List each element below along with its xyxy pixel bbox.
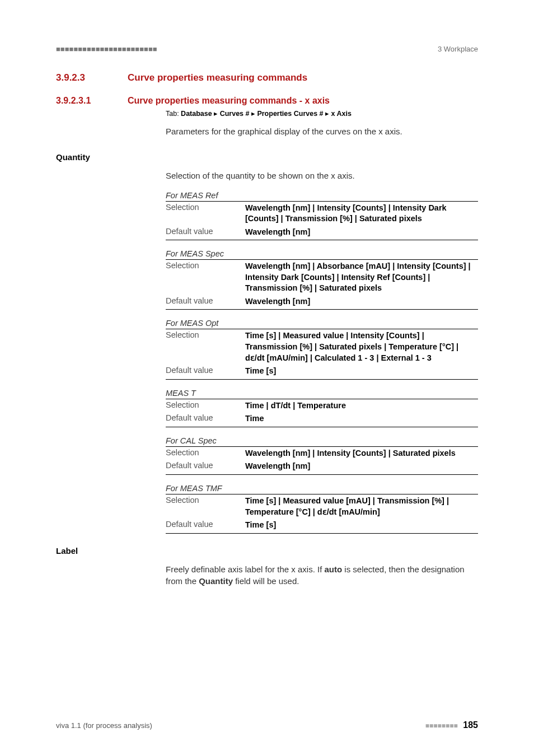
tab-p2: Curves #	[220, 110, 250, 118]
row-key: Default value	[166, 226, 245, 240]
definition-table: SelectionTime | dT/dt | TemperatureDefau…	[166, 399, 478, 427]
row-value: Time [s] | Measured value | Intensity [C…	[245, 329, 478, 365]
tab-sep: ▸	[324, 110, 331, 118]
table-row: Default valueTime	[166, 412, 478, 427]
row-key: Default value	[166, 295, 245, 310]
label-block: Freely definable axis label for the x ax…	[166, 563, 478, 588]
row-key: Selection	[166, 399, 245, 413]
footer-right: ■■■■■■■■ 185	[425, 720, 478, 730]
table-row: Default valueWavelength [nm]	[166, 460, 478, 474]
label-text: Freely definable axis label for the x ax…	[166, 563, 478, 588]
table-row: SelectionTime [s] | Measured value | Int…	[166, 329, 478, 365]
row-key: Selection	[166, 494, 245, 519]
row-value: Time [s] | Measured value [mAU] | Transm…	[245, 494, 478, 519]
label-heading: Label	[56, 546, 478, 556]
group-title: For MEAS Ref	[166, 191, 478, 202]
label-text-pre: Freely definable axis label for the x ax…	[166, 564, 324, 574]
group-title: MEAS T	[166, 389, 478, 399]
label-bold-quantity: Quantity	[199, 576, 233, 586]
row-value: Wavelength [nm]	[245, 295, 478, 310]
row-key: Selection	[166, 329, 245, 365]
row-value: Wavelength [nm] | Intensity [Counts] | I…	[245, 202, 478, 226]
subsection-number: 3.9.2.3.1	[56, 96, 128, 106]
row-key: Selection	[166, 447, 245, 460]
row-key: Default value	[166, 519, 245, 533]
page: ■■■■■■■■■■■■■■■■■■■■■■■ 3 Workplace 3.9.…	[0, 0, 534, 756]
section-title: Curve properties measuring commands	[128, 72, 307, 83]
group-title: For MEAS Spec	[166, 249, 478, 260]
table-row: Default valueTime [s]	[166, 365, 478, 379]
row-value: Time | dT/dt | Temperature	[245, 399, 478, 413]
tab-sep: ▸	[212, 110, 220, 118]
table-row: Default valueWavelength [nm]	[166, 226, 478, 240]
page-footer: viva 1.1 (for process analysis) ■■■■■■■■…	[56, 720, 478, 730]
label-bold-auto: auto	[324, 564, 342, 574]
quantity-heading: Quantity	[56, 152, 478, 162]
tab-breadcrumb: Tab: Database ▸ Curves # ▸ Properties Cu…	[166, 109, 478, 118]
definition-table: SelectionWavelength [nm] | Absorbance [m…	[166, 260, 478, 310]
definition-table: SelectionTime [s] | Measured value | Int…	[166, 329, 478, 379]
label-text-post: field will be used.	[233, 576, 299, 586]
definition-table: SelectionWavelength [nm] | Intensity [Co…	[166, 447, 478, 475]
subsection-heading: 3.9.2.3.1 Curve properties measuring com…	[56, 96, 478, 106]
table-row: SelectionTime [s] | Measured value [mAU]…	[166, 494, 478, 519]
definition-table: SelectionWavelength [nm] | Intensity [Co…	[166, 202, 478, 241]
row-value: Wavelength [nm]	[245, 460, 478, 474]
table-row: Default valueWavelength [nm]	[166, 295, 478, 310]
header-chapter: 3 Workplace	[438, 45, 478, 53]
section-heading: 3.9.2.3 Curve properties measuring comma…	[56, 72, 478, 83]
table-row: SelectionWavelength [nm] | Absorbance [m…	[166, 260, 478, 295]
tab-label: Tab:	[166, 110, 181, 118]
table-row: SelectionTime | dT/dt | Temperature	[166, 399, 478, 413]
table-row: Default valueTime [s]	[166, 519, 478, 533]
tab-sep: ▸	[249, 110, 257, 118]
content-column: Tab: Database ▸ Curves # ▸ Properties Cu…	[166, 109, 478, 138]
row-value: Time	[245, 412, 478, 427]
row-key: Default value	[166, 460, 245, 474]
quantity-groups: For MEAS RefSelectionWavelength [nm] | I…	[166, 191, 478, 534]
tab-p1: Database	[181, 110, 212, 118]
intro-text: Parameters for the graphical display of …	[166, 125, 478, 138]
row-value: Time [s]	[245, 365, 478, 379]
tab-p4: x Axis	[331, 110, 351, 118]
footer-page-number: 185	[463, 720, 478, 730]
group-title: For MEAS TMF	[166, 484, 478, 494]
row-value: Wavelength [nm]	[245, 226, 478, 240]
section-number: 3.9.2.3	[56, 72, 128, 83]
subsection-title: Curve properties measuring commands - x …	[128, 96, 330, 106]
quantity-block: Selection of the quantity to be shown on…	[166, 170, 478, 534]
tab-p3: Properties Curves #	[257, 110, 323, 118]
row-key: Selection	[166, 260, 245, 295]
row-key: Default value	[166, 412, 245, 427]
group-title: For CAL Spec	[166, 436, 478, 447]
footer-marks: ■■■■■■■■	[425, 722, 458, 730]
row-key: Selection	[166, 202, 245, 226]
footer-left: viva 1.1 (for process analysis)	[56, 721, 152, 730]
page-header: ■■■■■■■■■■■■■■■■■■■■■■■ 3 Workplace	[56, 45, 478, 53]
table-row: SelectionWavelength [nm] | Intensity [Co…	[166, 447, 478, 460]
row-value: Wavelength [nm] | Absorbance [mAU] | Int…	[245, 260, 478, 295]
group-title: For MEAS Opt	[166, 319, 478, 329]
quantity-lead: Selection of the quantity to be shown on…	[166, 170, 478, 182]
row-key: Default value	[166, 365, 245, 379]
table-row: SelectionWavelength [nm] | Intensity [Co…	[166, 202, 478, 226]
row-value: Time [s]	[245, 519, 478, 533]
row-value: Wavelength [nm] | Intensity [Counts] | S…	[245, 447, 478, 460]
header-marks: ■■■■■■■■■■■■■■■■■■■■■■■	[56, 45, 157, 53]
definition-table: SelectionTime [s] | Measured value [mAU]…	[166, 494, 478, 534]
